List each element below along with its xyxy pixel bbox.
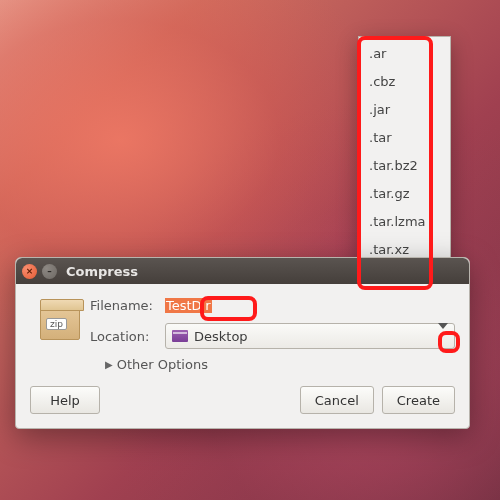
location-chooser[interactable]: Desktop [165,323,455,349]
archive-icon-label: zip [46,318,67,330]
window-title: Compress [66,264,138,279]
filename-value: TestDir [165,298,212,313]
format-option[interactable]: .tar.gz [359,179,450,207]
format-option[interactable]: .tar.lzma [359,207,450,235]
filename-label: Filename: [90,298,165,313]
archive-icon: zip [30,300,90,348]
cancel-button[interactable]: Cancel [300,386,374,414]
filename-input[interactable]: TestDir [165,298,212,313]
other-options-toggle[interactable]: ▶ Other Options [105,357,455,372]
button-bar: Help Cancel Create [30,382,455,414]
create-button[interactable]: Create [382,386,455,414]
minimize-icon[interactable]: – [42,264,57,279]
format-option[interactable]: .tar [359,123,450,151]
format-option[interactable]: .ar [359,39,450,67]
chevron-down-icon [438,329,448,344]
format-option[interactable]: .jar [359,95,450,123]
other-options-label: Other Options [117,357,208,372]
compress-dialog: × – Compress zip Filename: TestDir [15,257,470,429]
close-icon[interactable]: × [22,264,37,279]
location-value: Desktop [194,329,248,344]
format-option[interactable]: .tar.bz2 [359,151,450,179]
format-option[interactable]: .cbz [359,67,450,95]
format-dropdown-list[interactable]: .ar.cbz.jar.tar.tar.bz2.tar.gz.tar.lzma.… [358,36,451,294]
dialog-body: zip Filename: TestDir Location: [16,284,469,428]
help-button[interactable]: Help [30,386,100,414]
disclosure-triangle-icon: ▶ [105,359,113,370]
location-label: Location: [90,329,165,344]
desktop-icon [172,330,188,342]
titlebar[interactable]: × – Compress [16,258,469,284]
